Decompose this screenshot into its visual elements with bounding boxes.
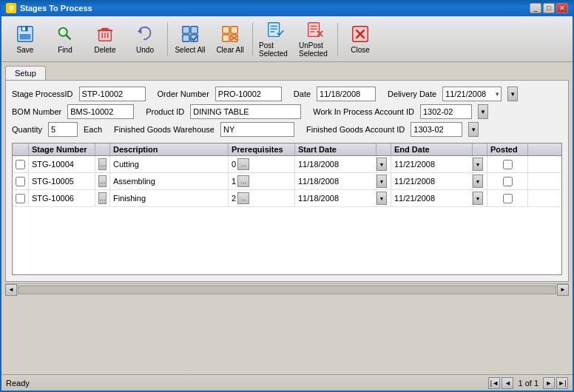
finished-goods-warehouse-input[interactable]	[220, 122, 294, 137]
row1-browse-btn[interactable]: …	[98, 158, 107, 170]
work-in-process-dropdown[interactable]: ▼	[478, 104, 488, 119]
svg-rect-17	[223, 27, 229, 33]
grid-scroll-area[interactable]: STG-10004 … Cutting 0 … ▼ ▼ STG-10005	[13, 156, 561, 274]
svg-rect-13	[183, 27, 189, 33]
stage-process-id-label: Stage ProcessID	[12, 89, 73, 98]
row1-end-date-btn[interactable]: ▼	[473, 156, 487, 172]
row1-end-cal[interactable]: ▼	[473, 158, 483, 171]
nav-prev-button[interactable]: ◄	[502, 377, 513, 389]
window-icon: ⚙	[6, 3, 16, 13]
row2-browse[interactable]: …	[95, 173, 110, 189]
col-description: Description	[110, 143, 229, 155]
row1-start-date-btn[interactable]: ▼	[377, 156, 391, 172]
close-button[interactable]: Close	[341, 19, 379, 59]
tab-setup[interactable]: Setup	[5, 66, 46, 80]
page-current: 1	[518, 379, 522, 388]
scrollbar-track[interactable]	[18, 285, 556, 294]
row2-start-cal[interactable]: ▼	[377, 175, 387, 188]
row2-description: Assembling	[110, 173, 229, 189]
row2-end-cal[interactable]: ▼	[473, 175, 483, 188]
scroll-right-button[interactable]: ►	[557, 284, 569, 296]
post-selected-button[interactable]: Post Selected	[256, 19, 294, 59]
row3-posted[interactable]	[487, 190, 528, 206]
row2-prerequisites: 1 …	[229, 173, 295, 189]
stage-process-id-input[interactable]	[79, 87, 146, 101]
form-row-3: Quantity Each Finished Goods Warehouse F…	[12, 122, 562, 137]
quantity-input[interactable]	[48, 122, 78, 137]
finished-goods-account-dropdown[interactable]: ▼	[468, 122, 479, 137]
row3-browse-btn[interactable]: …	[98, 192, 107, 204]
row1-prereq-btn[interactable]: …	[237, 158, 249, 170]
svg-rect-27	[308, 22, 320, 36]
nav-last-button[interactable]: ►|	[556, 377, 568, 389]
scroll-left-button[interactable]: ◄	[5, 284, 17, 296]
nav-first-button[interactable]: |◄	[488, 377, 500, 389]
row3-end-date[interactable]	[391, 190, 473, 206]
row1-start-date[interactable]	[295, 156, 377, 172]
row3-prereq-btn[interactable]: …	[237, 192, 249, 204]
window-close-button[interactable]: ✕	[556, 3, 568, 13]
row3-end-date-btn[interactable]: ▼	[473, 190, 487, 206]
col-check	[13, 143, 29, 155]
order-number-input[interactable]	[215, 87, 282, 101]
form-row-2: BOM Number Product ID Work In Process Ac…	[12, 104, 562, 119]
delivery-date-dropdown[interactable]: ▼	[507, 87, 518, 101]
minimize-button[interactable]: _	[530, 3, 541, 13]
delivery-date-label: Delivery Date	[388, 89, 436, 98]
row1-start-cal[interactable]: ▼	[377, 158, 387, 171]
row1-end-date[interactable]	[391, 156, 473, 172]
date-input[interactable]	[317, 87, 376, 101]
row2-end-date[interactable]	[391, 173, 473, 189]
toolbar-separator-3	[337, 23, 338, 55]
row1-prerequisites: 0 …	[229, 156, 295, 172]
bom-number-input[interactable]	[67, 104, 134, 119]
save-label: Save	[17, 46, 34, 54]
row2-prereq-btn[interactable]: …	[237, 175, 249, 187]
clear-all-button[interactable]: Clear All	[211, 19, 249, 59]
find-icon	[55, 24, 75, 44]
delete-button[interactable]: Delete	[86, 19, 124, 59]
row3-browse[interactable]: …	[95, 190, 110, 206]
row3-start-date[interactable]	[295, 190, 377, 206]
select-all-button[interactable]: Select All	[171, 19, 209, 59]
finished-goods-account-input[interactable]	[411, 122, 462, 137]
product-id-input[interactable]	[190, 104, 301, 119]
row2-end-date-btn[interactable]: ▼	[473, 173, 487, 189]
col-browse	[95, 143, 110, 155]
row1-check[interactable]	[13, 156, 29, 172]
row3-end-cal[interactable]: ▼	[473, 192, 483, 205]
find-button[interactable]: Find	[46, 19, 84, 59]
each-label: Each	[84, 125, 102, 134]
row3-start-date-btn[interactable]: ▼	[377, 190, 391, 206]
row2-start-date-btn[interactable]: ▼	[377, 173, 391, 189]
undo-button[interactable]: Undo	[126, 19, 164, 59]
col-start-date-btn	[377, 143, 391, 155]
row2-posted[interactable]	[487, 173, 528, 189]
save-button[interactable]: Save	[6, 19, 44, 59]
grid-header: Stage Number Description Prerequisites S…	[13, 143, 561, 156]
clear-all-icon	[220, 24, 240, 44]
row2-browse-btn[interactable]: …	[98, 175, 107, 187]
row3-start-cal[interactable]: ▼	[377, 192, 387, 205]
undo-icon	[135, 24, 155, 44]
unpost-selected-button[interactable]: UnPost Selected	[296, 19, 334, 59]
row2-start-date[interactable]	[295, 173, 377, 189]
row1-stage-number: STG-10004	[29, 156, 95, 172]
horizontal-scrollbar: ◄ ►	[5, 283, 569, 295]
bom-number-label: BOM Number	[12, 107, 61, 116]
row1-posted[interactable]	[487, 156, 528, 172]
maximize-button[interactable]: □	[543, 3, 555, 13]
page-of: of	[525, 379, 534, 388]
product-id-label: Product ID	[146, 107, 184, 116]
delivery-date-input[interactable]	[442, 87, 502, 101]
row1-browse[interactable]: …	[95, 156, 110, 172]
col-posted: Posted	[487, 143, 528, 155]
row3-check[interactable]	[13, 190, 29, 206]
work-in-process-input[interactable]	[420, 104, 472, 119]
page-total: 1	[534, 379, 538, 388]
post-selected-label: Post Selected	[259, 41, 291, 58]
svg-line-5	[66, 35, 70, 39]
delete-label: Delete	[95, 46, 116, 54]
row2-check[interactable]	[13, 173, 29, 189]
nav-next-button[interactable]: ►	[543, 377, 555, 389]
